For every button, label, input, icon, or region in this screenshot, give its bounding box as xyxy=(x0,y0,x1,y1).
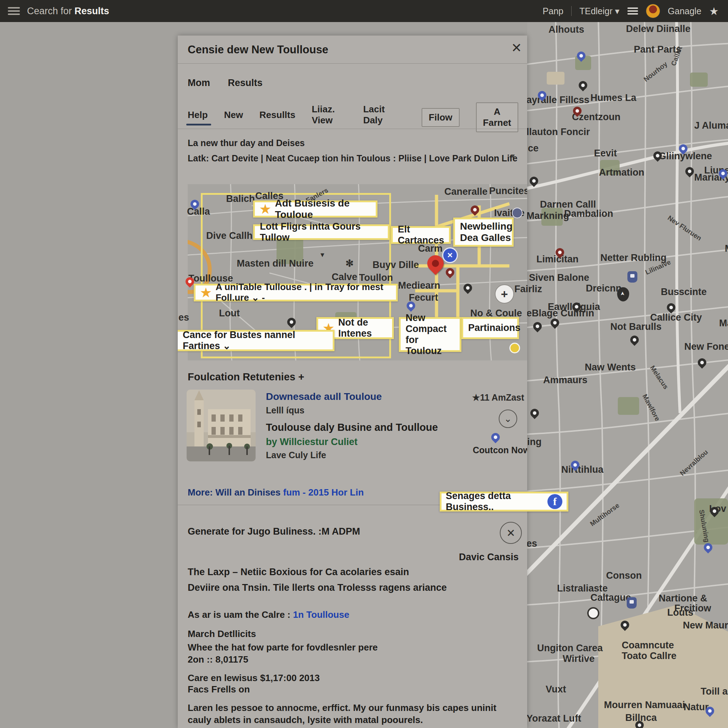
menu-icon[interactable] xyxy=(8,7,20,15)
inset-callout[interactable]: New Compact for Toulouz xyxy=(399,317,461,352)
senages-business-box[interactable]: Senages detta Business.. f xyxy=(440,492,568,511)
map-label: Toato Callre xyxy=(622,651,676,661)
result-line-2: Latk: Cart Devite | Neat Cucaep tion hin… xyxy=(188,153,518,164)
map-label: Ungiton Carea xyxy=(537,643,603,653)
zoom-in-button[interactable]: + xyxy=(495,284,514,304)
card-byline: by Willciestur Culiet xyxy=(266,436,358,448)
divider xyxy=(178,63,527,64)
map-label: New Maurtio xyxy=(683,621,728,630)
star-icon: ★ xyxy=(200,286,211,298)
map-label: Toill anld xyxy=(700,687,728,696)
card-title: Toulouse daly Busine and Toulloue xyxy=(266,422,438,433)
tab-resullts[interactable]: Resullts xyxy=(260,110,295,125)
topbar-account-name[interactable]: Ganagle xyxy=(668,6,702,16)
expand-chevron-button[interactable]: ⌄ xyxy=(499,410,517,428)
map-label: Buyv Dille xyxy=(373,260,419,270)
map-label: Listraliaste xyxy=(557,584,608,593)
subnav-item-mom[interactable]: Mom xyxy=(188,78,210,89)
map-label: Darnen Calll xyxy=(540,200,596,210)
map-label: Netter Rubling xyxy=(600,253,667,263)
inset-callout[interactable]: Lott Fligrs intta Gours Tullow xyxy=(253,224,390,240)
inset-callout[interactable]: ★Adt Busiesis de Touloue xyxy=(253,200,378,217)
tab-button-filow[interactable]: Filow xyxy=(422,108,459,127)
tab-new[interactable]: New xyxy=(224,110,243,125)
map-label: es xyxy=(179,313,189,323)
map-label: eBlage Cullfrin xyxy=(527,309,594,318)
inset-map[interactable]: BalichCallesCallaDive CallhMasten dill N… xyxy=(188,184,527,361)
map-label: Conson xyxy=(606,571,642,581)
care-line: Care en lewisus $1,17:00 2013 xyxy=(188,673,320,684)
inset-callout[interactable]: Cance for Bustes nannel Fartines ⌄ xyxy=(178,330,335,351)
subnav-item-results[interactable]: Results xyxy=(228,78,263,89)
app-title: Cearch for Results xyxy=(27,6,109,17)
pegman-icon[interactable] xyxy=(509,343,520,353)
card-subtitle: Lelll íqus xyxy=(266,405,304,416)
map-label: Nirttihlua xyxy=(561,465,604,474)
map-label: Mourren Namuaai xyxy=(604,700,685,710)
map-label: Louts xyxy=(667,608,693,618)
topbar-separator xyxy=(571,6,572,16)
star-icon[interactable]: ★ xyxy=(709,5,719,17)
more-line: More: Will an Dinises fum - 2015 Hor Lin xyxy=(188,487,364,498)
map-label: Not Barulls xyxy=(610,322,662,332)
callout-label: Newbelling Dea Galles xyxy=(460,221,512,243)
star-icon: ★ xyxy=(260,203,271,215)
blue-close-marker[interactable]: ✕ xyxy=(442,248,458,263)
map-label: J Alumasin xyxy=(694,121,728,130)
map-label: Yorazat Luft xyxy=(527,714,581,723)
map-canvas[interactable]: AlhoutsDelew DiinallePant PartsNourhoyCa… xyxy=(527,22,728,728)
map-label: Lout xyxy=(219,309,240,318)
map-label: es xyxy=(527,539,537,549)
section-title: Foulcation Retutenies + xyxy=(188,371,304,383)
card-rating: ★11 AmZast xyxy=(472,392,524,403)
callout-label: Partinaions xyxy=(468,323,520,333)
chevron-down-icon[interactable]: ▾ xyxy=(511,151,515,160)
coutcon-action[interactable]: Coutcon Now xyxy=(473,445,527,455)
map-label: Fairliz xyxy=(514,284,542,295)
map-label: Busscinte xyxy=(661,287,707,297)
results-panel: Censie dew New Toullouse ✕ MomResults He… xyxy=(178,35,527,728)
map-pin-transit[interactable] xyxy=(627,597,637,609)
map-label: Humes La xyxy=(590,93,636,103)
map-pin-transit[interactable] xyxy=(627,271,637,283)
map-label: New Fone xyxy=(684,342,728,352)
map-label: Vuxt xyxy=(546,685,566,694)
topbar-account-menu[interactable]: TEdleigr ▾ xyxy=(580,6,619,16)
card-image[interactable] xyxy=(187,390,255,461)
card-link[interactable]: Downesade aull Touloue xyxy=(266,391,382,402)
location-pin-icon xyxy=(489,431,502,443)
avatar[interactable] xyxy=(646,4,660,18)
callout-label: A uniTable Tullouse . | in Tray for mest… xyxy=(216,282,391,303)
toullouse-link[interactable]: 1n Toullouse xyxy=(293,609,349,620)
inset-callout[interactable]: Elt Cartances xyxy=(391,226,451,244)
callout-label: Not de Intenes xyxy=(338,317,387,339)
apps-menu-icon[interactable] xyxy=(627,8,638,15)
inset-callout[interactable]: ★A uniTable Tullouse . | in Tray for mes… xyxy=(194,284,398,301)
map-label: Markning xyxy=(527,211,569,221)
map-label: ayralle Fillcss xyxy=(527,95,589,105)
tab-lacit-daly[interactable]: Lacit Daly xyxy=(363,104,396,131)
more-link[interactable]: fum - 2015 Hor Lin xyxy=(283,487,364,498)
facebook-icon: f xyxy=(548,494,562,509)
top-bar: Cearch for Results Panp TEdleigr ▾ Ganag… xyxy=(0,0,728,22)
dismiss-button[interactable]: ✕ xyxy=(500,522,522,544)
inset-callout[interactable]: Partinaions xyxy=(461,317,519,339)
map-label: Fecurt xyxy=(409,293,438,303)
inset-callout[interactable]: Newbelling Dea Galles xyxy=(453,217,514,247)
map-label: Dreicnn xyxy=(586,284,622,293)
map-label: Nartione & xyxy=(659,593,707,603)
topbar-link-panp[interactable]: Panp xyxy=(543,6,563,16)
asar-line: As ar is uam the Calre : 1n Toullouse xyxy=(188,609,349,620)
tab-row: HelpNewResulltsLiiaz. ViewLacit DalyFilo… xyxy=(188,102,518,132)
tab-liiaz-view[interactable]: Liiaz. View xyxy=(312,104,347,131)
map-label: Balich xyxy=(226,194,255,204)
card-caption: Lave Culy Life xyxy=(266,450,326,460)
crown-marker-icon[interactable] xyxy=(512,208,523,218)
tab-help[interactable]: Help xyxy=(188,110,208,125)
tab-button-a-farnet[interactable]: A Farnet xyxy=(476,102,518,132)
map-label: Alhouts xyxy=(549,25,584,35)
close-icon[interactable]: ✕ xyxy=(511,41,522,55)
map-pin-white[interactable] xyxy=(587,607,600,619)
map-label: Dambalion xyxy=(564,209,613,219)
map-label: Ma xyxy=(725,244,728,254)
